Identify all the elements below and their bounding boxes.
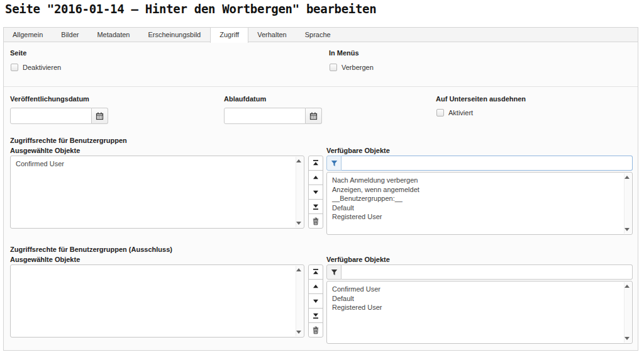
access-selected-listbox[interactable]: Confirmed User <box>10 156 304 229</box>
move-down-icon <box>312 297 319 305</box>
access-selected-toolbar <box>308 156 323 229</box>
list-item[interactable]: Anzeigen, wenn angemeldet <box>327 185 623 195</box>
section-label-seite: Seite <box>10 49 26 57</box>
list-item[interactable]: Confirmed User <box>327 285 623 294</box>
filter-button[interactable] <box>326 264 341 280</box>
list-item[interactable]: Registered User <box>327 303 623 312</box>
tab-verhalten[interactable]: Verhalten <box>248 28 296 42</box>
filter-button[interactable] <box>326 156 341 171</box>
publish-date-picker-button[interactable] <box>92 108 108 124</box>
expire-date-picker-button[interactable] <box>306 108 322 124</box>
move-down-button[interactable] <box>308 293 323 309</box>
scroll-down-icon[interactable] <box>296 222 301 225</box>
access-selected-label: Ausgewählte Objekte <box>10 147 80 154</box>
list-item[interactable]: Nach Anmeldung verbergen <box>327 176 623 185</box>
access-groups-title: Zugriffsrechte für Benutzergruppen <box>10 137 127 144</box>
list-item[interactable]: Registered User <box>327 212 623 222</box>
filter-icon <box>331 160 338 167</box>
move-to-bottom-button[interactable] <box>308 308 323 323</box>
tab-erscheinungsbild[interactable]: Erscheinungsbild <box>139 28 210 42</box>
verbergen-label: Verbergen <box>341 64 374 71</box>
scrollbar[interactable] <box>296 266 303 336</box>
scroll-down-icon[interactable] <box>625 228 630 231</box>
access-available-label: Verfügbare Objekte <box>326 147 390 154</box>
page-title: Seite "2016-01-14 – Hinter den Wortberge… <box>5 2 376 16</box>
verbergen-checkbox-row[interactable]: Verbergen <box>330 64 374 71</box>
tab-allgemein[interactable]: Allgemein <box>4 28 52 42</box>
tab-bar: Allgemein Bilder Metadaten Erscheinungsb… <box>3 27 638 42</box>
deaktivieren-label: Deaktivieren <box>23 64 61 71</box>
section-divider <box>4 86 638 87</box>
access-exclude-selected-listbox[interactable] <box>10 264 304 338</box>
move-to-bottom-icon <box>312 203 319 210</box>
tab-sprache[interactable]: Sprache <box>296 28 340 42</box>
access-exclude-available-listbox[interactable]: Confirmed UserDefaultRegistered User <box>326 281 633 344</box>
move-to-bottom-button[interactable] <box>308 199 323 214</box>
trash-icon <box>312 326 319 334</box>
tab-bilder[interactable]: Bilder <box>52 28 88 42</box>
list-item[interactable]: __Benutzergruppen:__ <box>327 194 623 203</box>
publish-date-input[interactable] <box>10 108 92 124</box>
move-to-top-button[interactable] <box>308 264 323 280</box>
move-down-icon <box>312 188 319 196</box>
scroll-up-icon[interactable] <box>625 285 630 288</box>
move-up-icon <box>312 174 319 181</box>
aktiviert-checkbox[interactable] <box>436 109 444 116</box>
list-item[interactable]: Confirmed User <box>11 159 295 169</box>
move-up-button[interactable] <box>308 170 323 185</box>
scrollbar[interactable] <box>624 173 631 234</box>
scroll-up-icon[interactable] <box>625 176 630 179</box>
verbergen-checkbox[interactable] <box>330 64 337 71</box>
expire-date-label: Ablaufdatum <box>224 95 266 103</box>
scrollbar[interactable] <box>624 282 631 343</box>
access-exclude-title: Zugriffsrechte für Benutzergruppen (Auss… <box>10 246 172 253</box>
access-selected-items: Confirmed User <box>11 156 295 228</box>
list-item[interactable]: Default <box>327 294 623 304</box>
move-to-bottom-icon <box>312 312 319 319</box>
trash-icon <box>312 217 319 225</box>
scroll-down-icon[interactable] <box>625 337 630 340</box>
access-available-listbox[interactable]: Nach Anmeldung verbergenAnzeigen, wenn a… <box>326 172 633 235</box>
expire-date-input[interactable] <box>224 108 306 124</box>
access-filter-input[interactable] <box>341 156 633 171</box>
move-to-top-button[interactable] <box>308 156 323 171</box>
access-exclude-available-items: Confirmed UserDefaultRegistered User <box>327 281 623 343</box>
delete-button[interactable] <box>308 322 323 338</box>
move-up-icon <box>312 283 319 290</box>
access-exclude-toolbar <box>308 264 323 338</box>
calendar-icon <box>309 112 318 120</box>
access-exclude-selected-label: Ausgewählte Objekte <box>10 256 80 263</box>
edit-panel: Allgemein Bilder Metadaten Erscheinungsb… <box>3 27 638 351</box>
list-item[interactable]: Default <box>327 203 623 213</box>
tab-content-zugriff: Seite Deaktivieren In Menüs Verbergen Ve… <box>3 42 638 351</box>
expire-date-group <box>224 108 322 124</box>
section-label-in-menus: In Menüs <box>329 49 359 57</box>
scroll-down-icon[interactable] <box>296 331 301 334</box>
delete-button[interactable] <box>308 213 323 229</box>
tab-zugriff[interactable]: Zugriff <box>210 27 248 43</box>
move-to-top-icon <box>312 159 319 167</box>
scroll-up-icon[interactable] <box>296 268 301 271</box>
scroll-up-icon[interactable] <box>296 159 301 162</box>
move-up-button[interactable] <box>308 279 323 294</box>
access-exclude-selected-items <box>11 265 295 337</box>
scrollbar[interactable] <box>296 157 303 227</box>
aktiviert-label: Aktiviert <box>448 109 473 116</box>
subpages-label: Auf Unterseiten ausdehnen <box>436 95 526 103</box>
deaktivieren-checkbox-row[interactable]: Deaktivieren <box>11 64 61 71</box>
access-filter-row <box>326 156 633 171</box>
aktiviert-checkbox-row[interactable]: Aktiviert <box>436 109 473 116</box>
filter-icon <box>331 269 338 276</box>
access-exclude-available-label: Verfügbare Objekte <box>326 256 390 263</box>
move-down-button[interactable] <box>308 185 323 200</box>
access-available-items: Nach Anmeldung verbergenAnzeigen, wenn a… <box>327 173 623 234</box>
tab-metadaten[interactable]: Metadaten <box>88 28 139 42</box>
access-exclude-filter-input[interactable] <box>341 264 633 280</box>
calendar-icon <box>96 112 104 120</box>
access-exclude-filter-row <box>326 264 633 280</box>
publish-date-label: Veröffentlichungsdatum <box>10 95 89 103</box>
deaktivieren-checkbox[interactable] <box>11 64 18 71</box>
publish-date-group <box>10 108 108 124</box>
move-to-top-icon <box>312 268 319 276</box>
